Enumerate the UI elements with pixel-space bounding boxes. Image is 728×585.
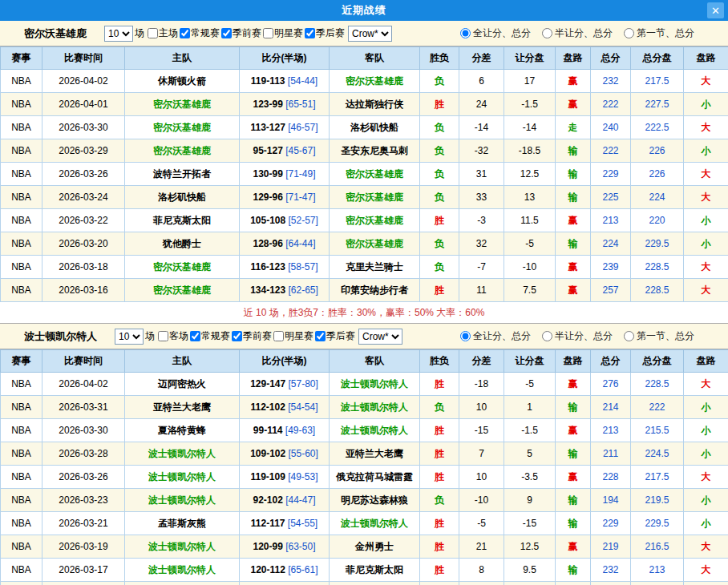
filter-checkbox-regular[interactable]: 常规赛 bbox=[180, 26, 220, 40]
date-cell: 2026-04-01 bbox=[42, 93, 125, 116]
league-cell: NBA bbox=[1, 489, 42, 512]
score-cell: 112-102 [54-54] bbox=[240, 396, 330, 419]
preseason-checkbox[interactable] bbox=[221, 28, 232, 38]
score-text: 134-123 bbox=[250, 284, 285, 296]
ou-cell: 小 bbox=[684, 209, 728, 232]
diff-cell: -32 bbox=[459, 139, 504, 163]
radio-half-handicap-total[interactable]: 半让分、总分 bbox=[542, 26, 613, 40]
ou-cell: 大 bbox=[684, 535, 728, 559]
radio-input[interactable] bbox=[624, 331, 634, 341]
home-checkbox[interactable] bbox=[148, 28, 158, 38]
result-cell: 胜 bbox=[420, 373, 459, 396]
radio-full-handicap-total[interactable]: 全让分、总分 bbox=[460, 329, 531, 343]
home-team-cell: 夏洛特黄蜂 bbox=[125, 419, 240, 442]
radio-input[interactable] bbox=[542, 331, 552, 341]
playoffs-checkbox[interactable] bbox=[305, 28, 315, 38]
home-team-cell: 波士顿凯尔特人 bbox=[125, 442, 240, 466]
game-count-select[interactable]: 10 bbox=[115, 329, 144, 345]
ou-cell: 大 bbox=[684, 559, 728, 582]
handicap-cell: -5 bbox=[504, 373, 556, 396]
date-cell: 2026-03-28 bbox=[42, 442, 125, 466]
score-text: 92-102 bbox=[253, 494, 282, 506]
away-checkbox[interactable] bbox=[158, 331, 168, 341]
home-team-cell: 亚特兰大老鹰 bbox=[125, 396, 240, 419]
filter-checkbox-playoffs[interactable]: 季后赛 bbox=[305, 26, 345, 40]
radio-full-handicap-total[interactable]: 全让分、总分 bbox=[460, 26, 531, 40]
radio-label: 全让分、总分 bbox=[473, 329, 531, 343]
playoffs-checkbox[interactable] bbox=[315, 331, 326, 341]
total-cell: 232 bbox=[591, 559, 631, 582]
allstar-checkbox[interactable] bbox=[263, 28, 273, 38]
game-row: NBA2026-03-20犹他爵士128-96 [64-44]密尔沃基雄鹿负32… bbox=[1, 232, 728, 256]
results-table-celtics: 赛事比赛时间主队比分(半场)客队胜负分差让分盘盘路总分总分盘盘路 NBA2026… bbox=[0, 349, 728, 585]
regular-season-checkbox[interactable] bbox=[180, 28, 190, 38]
filter-checkbox-regular[interactable]: 常规赛 bbox=[190, 329, 230, 343]
away-team-cell: 波士顿凯尔特人 bbox=[330, 512, 420, 535]
date-cell: 2026-03-18 bbox=[42, 256, 125, 279]
handicap-result-cell: 赢 bbox=[556, 419, 591, 442]
total-cell: 240 bbox=[591, 116, 631, 139]
total-line-cell: 227.5 bbox=[631, 93, 684, 116]
close-icon[interactable]: ✕ bbox=[707, 2, 724, 18]
away-team-cell: 印第安纳步行者 bbox=[330, 279, 420, 302]
home-team-cell: 密尔沃基雄鹿 bbox=[125, 93, 240, 116]
score-cell: 123-99 [65-51] bbox=[240, 93, 330, 116]
checkbox-label: 季前赛 bbox=[243, 329, 272, 343]
filter-checkbox-home[interactable]: 主场 bbox=[148, 26, 178, 40]
league-cell: NBA bbox=[1, 419, 42, 442]
handicap-cell: 1 bbox=[504, 396, 556, 419]
checkbox-label: 客场 bbox=[169, 329, 188, 343]
bookmaker-select[interactable]: Crow* bbox=[348, 26, 392, 42]
filter-checkbox-away[interactable]: 客场 bbox=[158, 329, 188, 343]
radio-input[interactable] bbox=[624, 28, 634, 38]
filter-checkbox-preseason[interactable]: 季前赛 bbox=[232, 329, 272, 343]
date-cell: 2026-03-15 bbox=[42, 582, 125, 585]
radio-half-handicap-total[interactable]: 半让分、总分 bbox=[542, 329, 613, 343]
half-score-text: [63-50] bbox=[283, 541, 316, 552]
radio-first-quarter-total[interactable]: 第一节、总分 bbox=[624, 329, 694, 343]
radio-input[interactable] bbox=[460, 331, 471, 341]
league-cell: NBA bbox=[1, 232, 42, 256]
total-line-cell: 226 bbox=[631, 139, 684, 163]
filter-checkbox-allstar[interactable]: 明星赛 bbox=[263, 26, 303, 40]
radio-input[interactable] bbox=[542, 28, 552, 38]
diff-cell: -14 bbox=[459, 116, 504, 139]
regular-season-checkbox[interactable] bbox=[190, 331, 200, 341]
allstar-checkbox[interactable] bbox=[273, 331, 284, 341]
score-text: 112-117 bbox=[251, 518, 285, 529]
result-cell: 负 bbox=[420, 396, 459, 419]
column-header: 比赛时间 bbox=[42, 47, 125, 70]
ou-cell: 小 bbox=[684, 512, 728, 535]
ou-cell: 小 bbox=[684, 93, 728, 116]
filter-checkbox-playoffs[interactable]: 季后赛 bbox=[315, 329, 355, 343]
ou-cell: 大 bbox=[684, 373, 728, 396]
radio-first-quarter-total[interactable]: 第一节、总分 bbox=[624, 26, 694, 40]
handicap-cell: 7.5 bbox=[504, 279, 556, 302]
handicap-result-cell: 输 bbox=[556, 582, 591, 585]
filter-checkbox-preseason[interactable]: 季前赛 bbox=[221, 26, 261, 40]
total-line-cell: 213 bbox=[631, 559, 684, 582]
handicap-cell: -14 bbox=[504, 116, 556, 139]
handicap-cell: 12.5 bbox=[504, 535, 556, 559]
score-cell: 120-99 [63-50] bbox=[240, 535, 330, 559]
preseason-checkbox[interactable] bbox=[232, 331, 242, 341]
handicap-result-cell: 赢 bbox=[556, 209, 591, 232]
result-cell: 负 bbox=[420, 256, 459, 279]
column-header: 总分 bbox=[591, 47, 631, 70]
league-cell: NBA bbox=[1, 582, 42, 585]
away-team-cell: 亚特兰大老鹰 bbox=[330, 442, 420, 466]
home-team-cell: 波士顿凯尔特人 bbox=[125, 535, 240, 559]
game-count-select[interactable]: 10 bbox=[104, 26, 133, 42]
half-score-text: [62-65] bbox=[285, 284, 318, 296]
total-line-cell: 217.5 bbox=[631, 466, 684, 489]
score-cell: 99-114 [49-63] bbox=[240, 419, 330, 442]
radio-input[interactable] bbox=[460, 28, 471, 38]
away-team-cell: 密尔沃基雄鹿 bbox=[330, 209, 420, 232]
handicap-result-cell: 输 bbox=[556, 489, 591, 512]
date-cell: 2026-03-16 bbox=[42, 279, 125, 302]
filter-checkbox-allstar[interactable]: 明星赛 bbox=[273, 329, 313, 343]
handicap-cell: 11.5 bbox=[504, 209, 556, 232]
league-cell: NBA bbox=[1, 93, 42, 116]
handicap-result-cell: 输 bbox=[556, 186, 591, 209]
bookmaker-select[interactable]: Crow* bbox=[358, 329, 402, 345]
